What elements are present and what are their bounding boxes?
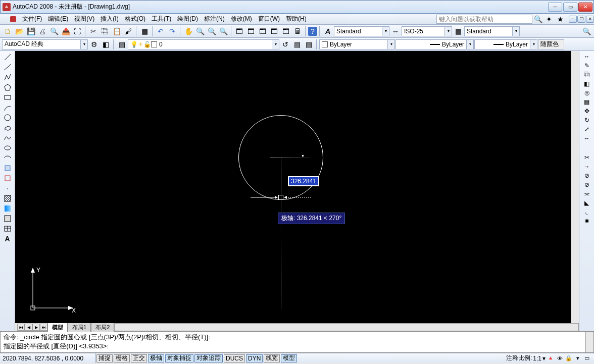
- minimize-button[interactable]: ─: [548, 3, 562, 12]
- copy-obj-icon[interactable]: ⿻: [581, 70, 593, 79]
- properties-icon[interactable]: 🗔: [234, 26, 245, 37]
- plot-preview-icon[interactable]: 🔍: [48, 26, 60, 37]
- spline-icon[interactable]: [2, 133, 14, 143]
- dynamic-input-box[interactable]: 326.2841: [288, 176, 319, 186]
- publish-icon[interactable]: 📤: [60, 26, 71, 37]
- table-icon[interactable]: [2, 224, 14, 234]
- erase-icon[interactable]: ✎: [581, 61, 593, 70]
- mirror-icon[interactable]: ◧: [581, 79, 593, 88]
- xline-icon[interactable]: [2, 62, 14, 72]
- menu-format[interactable]: 格式(O): [122, 14, 148, 24]
- tab-model[interactable]: 模型: [47, 323, 68, 332]
- annoscale-dropdown-icon[interactable]: ▾: [542, 355, 546, 362]
- gradient-icon[interactable]: [2, 203, 14, 214]
- lineweight-combo[interactable]: ByLayer▾: [474, 39, 537, 49]
- dim-style-combo[interactable]: ISO-25▾: [402, 26, 452, 36]
- paste-icon[interactable]: 📋: [111, 26, 122, 37]
- workspace-settings-icon[interactable]: ⚙: [88, 39, 100, 50]
- menu-view[interactable]: 视图(V): [71, 14, 97, 24]
- infocenter-icon[interactable]: ✦: [543, 14, 555, 25]
- lwt-toggle[interactable]: 线宽: [264, 354, 280, 362]
- polyline-icon[interactable]: [2, 72, 14, 82]
- redo-icon[interactable]: ↷: [167, 26, 178, 37]
- circle-icon[interactable]: [2, 113, 14, 123]
- join-icon[interactable]: ⫘: [581, 189, 593, 198]
- pan-icon[interactable]: ✋: [183, 26, 194, 37]
- trim-icon[interactable]: ✂: [581, 153, 593, 162]
- color-combo[interactable]: ByLayer▾: [319, 39, 395, 49]
- point-icon[interactable]: ·: [2, 183, 14, 193]
- doc-minimize-button[interactable]: ─: [569, 16, 577, 23]
- tab-next-button[interactable]: ▶: [32, 324, 40, 331]
- lock-ui-icon[interactable]: 🔒: [565, 354, 573, 362]
- command-scrollbar[interactable]: [585, 332, 593, 352]
- zoom-previous-icon[interactable]: 🔍: [206, 26, 217, 37]
- layer-state-icon[interactable]: ▤: [291, 39, 303, 50]
- scale-icon[interactable]: ⤢: [581, 125, 593, 134]
- drawing-canvas[interactable]: 326.2841 极轴: 326.2841 < 270° Y X: [15, 51, 571, 323]
- maximize-button[interactable]: ▭: [563, 3, 577, 12]
- break-icon[interactable]: ⊘: [581, 180, 593, 189]
- region-icon[interactable]: [2, 214, 14, 224]
- save-icon[interactable]: 💾: [25, 26, 36, 37]
- ducs-toggle[interactable]: DUCS: [224, 354, 245, 362]
- arc-icon[interactable]: [2, 102, 14, 113]
- doc-icon[interactable]: [10, 16, 16, 22]
- search-icon[interactable]: 🔍: [532, 14, 543, 25]
- block-editor-icon[interactable]: ▦: [139, 26, 150, 37]
- dim-style-icon[interactable]: ↔: [390, 26, 401, 37]
- distance-icon[interactable]: ↔: [581, 52, 593, 61]
- text-style-combo[interactable]: Standard▾: [334, 26, 389, 36]
- tab-layout1[interactable]: 布局1: [68, 323, 91, 332]
- zoom-window-icon[interactable]: 🔍: [218, 26, 229, 37]
- osnap-toggle[interactable]: 对象捕捉: [165, 354, 193, 362]
- status-tray-icon[interactable]: ▾: [574, 354, 582, 362]
- clean-screen-icon[interactable]: ▭: [583, 354, 591, 362]
- explode-icon[interactable]: ✸: [581, 217, 593, 226]
- doc-close-button[interactable]: ✕: [586, 16, 594, 23]
- hatch-icon[interactable]: [2, 193, 14, 203]
- insert-block-icon[interactable]: [2, 163, 14, 173]
- cut-icon[interactable]: ✂: [88, 26, 99, 37]
- ortho-toggle[interactable]: 正交: [131, 354, 147, 362]
- layer-properties-icon[interactable]: ▤: [116, 39, 127, 50]
- layer-combo[interactable]: 💡 ☀ 🔓 0 ▾: [128, 39, 279, 49]
- tab-first-button[interactable]: ⏮: [17, 324, 25, 331]
- undo-icon[interactable]: ↶: [155, 26, 166, 37]
- revcloud-icon[interactable]: [2, 123, 14, 133]
- dyn-toggle[interactable]: DYN: [246, 354, 263, 362]
- favorites-icon[interactable]: ★: [555, 14, 566, 25]
- menu-file[interactable]: 文件(F): [19, 14, 45, 24]
- modelspace-toggle[interactable]: 模型: [281, 354, 297, 362]
- linetype-combo[interactable]: ByLayer▾: [395, 39, 474, 49]
- otrack-toggle[interactable]: 对象追踪: [194, 354, 223, 362]
- horizontal-scrollbar[interactable]: [114, 323, 579, 331]
- menu-tools[interactable]: 工具(T): [148, 14, 174, 24]
- tool-palettes-icon[interactable]: 🗔: [257, 26, 268, 37]
- quickcalc-icon[interactable]: 🖩: [292, 26, 303, 37]
- menu-dimension[interactable]: 标注(N): [201, 14, 228, 24]
- ellipse-arc-icon[interactable]: [2, 153, 14, 163]
- layer-isolate-icon[interactable]: ▤: [303, 39, 314, 50]
- annoscale-value[interactable]: 1:1: [533, 355, 541, 362]
- tab-layout2[interactable]: 布局2: [91, 323, 114, 332]
- 3ddwf-icon[interactable]: ⛶: [72, 26, 83, 37]
- anno-visibility-icon[interactable]: 👁: [556, 354, 564, 362]
- offset-icon[interactable]: ◎: [581, 88, 593, 97]
- menu-help[interactable]: 帮助(H): [283, 14, 310, 24]
- make-block-icon[interactable]: [2, 173, 14, 183]
- designcenter-icon[interactable]: 🗔: [245, 26, 257, 37]
- stretch-icon[interactable]: ↔: [581, 134, 593, 143]
- coords-readout[interactable]: 2020.7894, 827.5036 , 0.0000: [0, 353, 96, 363]
- new-icon[interactable]: 🗋: [2, 26, 13, 37]
- copy-icon[interactable]: ⿻: [100, 26, 111, 37]
- tab-prev-button[interactable]: ◀: [25, 324, 32, 331]
- doc-restore-button[interactable]: ❐: [577, 16, 585, 23]
- vertical-scrollbar[interactable]: [571, 51, 579, 323]
- workspace-combo[interactable]: AutoCAD 经典▾: [2, 39, 88, 49]
- rotate-icon[interactable]: ↻: [581, 116, 593, 125]
- markup-icon[interactable]: 🗔: [280, 26, 291, 37]
- menu-draw[interactable]: 绘图(D): [174, 14, 201, 24]
- layer-previous-icon[interactable]: ↺: [280, 39, 291, 50]
- tab-last-button[interactable]: ⏭: [40, 324, 47, 331]
